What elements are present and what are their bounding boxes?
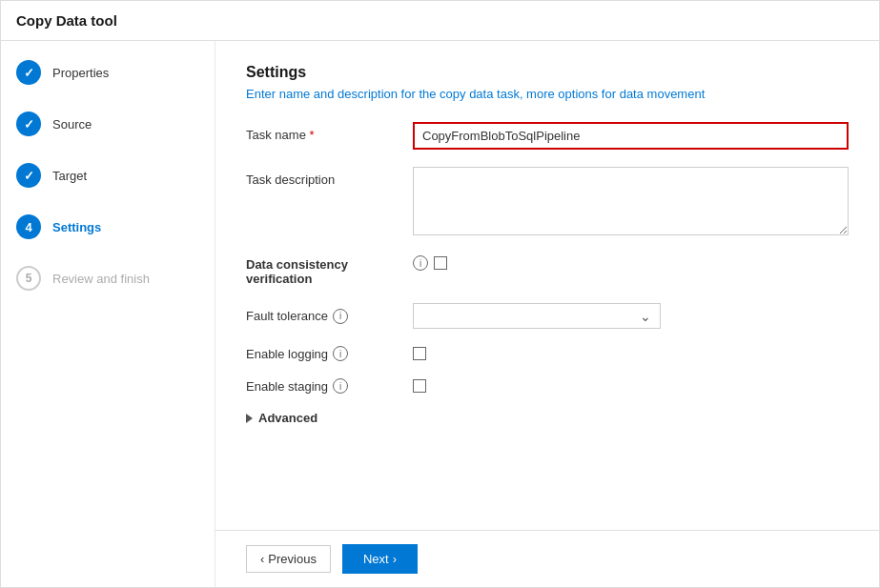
step-label-source: Source (52, 117, 92, 132)
footer: ‹ Previous Next › (215, 530, 879, 587)
data-consistency-control: i (413, 255, 447, 271)
sidebar: ✓ Properties ✓ Source ✓ Target 4 (1, 41, 215, 587)
step-label-settings: Settings (52, 220, 101, 234)
sidebar-item-properties[interactable]: ✓ Properties (16, 60, 199, 85)
enable-logging-info-icon[interactable]: i (333, 346, 348, 361)
checkmark-icon-3: ✓ (24, 169, 34, 183)
step-number-5: 5 (26, 272, 32, 285)
required-marker: * (310, 128, 315, 142)
task-name-input[interactable] (413, 122, 849, 150)
task-desc-textarea[interactable] (413, 167, 849, 235)
checkmark-icon-2: ✓ (24, 117, 34, 132)
fault-tolerance-label: Fault tolerance i (246, 309, 413, 324)
sidebar-item-source[interactable]: ✓ Source (16, 112, 199, 136)
previous-button[interactable]: ‹ Previous (246, 545, 331, 573)
step-circle-1: ✓ (16, 60, 41, 85)
step-number-4: 4 (25, 220, 31, 234)
step-circle-3: ✓ (16, 163, 41, 188)
enable-logging-row: Enable logging i (246, 346, 849, 361)
checkmark-icon: ✓ (24, 66, 34, 80)
step-label-properties: Properties (52, 66, 109, 80)
advanced-row[interactable]: Advanced (246, 411, 849, 425)
data-consistency-label: Data consistency verification (246, 255, 413, 286)
next-button[interactable]: Next › (342, 544, 418, 574)
enable-staging-row: Enable staging i (246, 378, 849, 394)
task-desc-control (413, 167, 849, 238)
task-name-label: Task name * (246, 122, 413, 142)
task-name-row: Task name * (246, 122, 849, 150)
sidebar-item-target[interactable]: ✓ Target (16, 163, 199, 188)
sidebar-item-review[interactable]: 5 Review and finish (16, 266, 199, 291)
task-desc-row: Task description (246, 167, 849, 238)
step-label-review: Review and finish (52, 272, 150, 286)
fault-tolerance-select-wrapper (413, 303, 661, 329)
enable-staging-info-icon[interactable]: i (333, 378, 348, 394)
step-label-target: Target (52, 169, 87, 183)
data-consistency-row: Data consistency verification i (246, 255, 849, 286)
enable-logging-label: Enable logging i (246, 346, 413, 361)
fault-tolerance-select[interactable] (413, 303, 661, 329)
main-content: Settings Enter name and description for … (215, 41, 879, 530)
enable-logging-checkbox[interactable] (413, 347, 426, 360)
previous-chevron-icon: ‹ (260, 552, 264, 566)
section-title: Settings (246, 64, 849, 81)
data-consistency-info-icon[interactable]: i (413, 255, 428, 271)
next-chevron-icon: › (393, 552, 397, 566)
step-circle-2: ✓ (16, 112, 41, 136)
main-panel: Settings Enter name and description for … (215, 41, 879, 587)
enable-staging-checkbox[interactable] (413, 379, 426, 393)
title-bar: Copy Data tool (1, 1, 879, 41)
advanced-label: Advanced (258, 411, 317, 425)
enable-staging-label: Enable staging i (246, 378, 413, 394)
task-desc-label: Task description (246, 167, 413, 187)
advanced-expand-icon (246, 414, 253, 423)
step-circle-4: 4 (16, 214, 41, 239)
fault-tolerance-row: Fault tolerance i (246, 303, 849, 329)
task-name-control (413, 122, 849, 150)
sidebar-item-settings[interactable]: 4 Settings (16, 214, 199, 239)
data-consistency-checkbox[interactable] (434, 256, 447, 270)
step-circle-5: 5 (16, 266, 41, 291)
section-desc: Enter name and description for the copy … (246, 87, 849, 101)
app-title: Copy Data tool (16, 12, 117, 29)
fault-tolerance-info-icon[interactable]: i (333, 309, 348, 324)
